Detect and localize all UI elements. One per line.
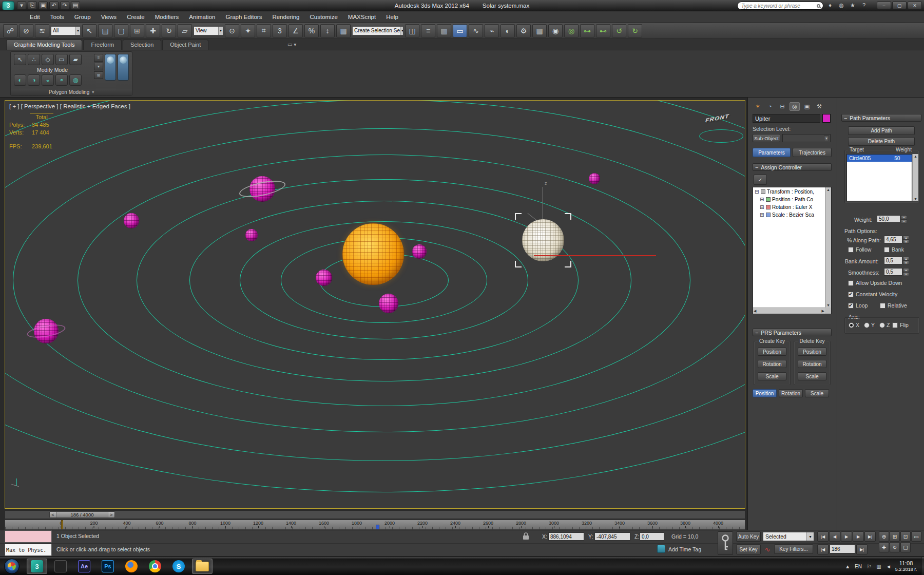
- render-setup-icon[interactable]: ⚙: [516, 24, 531, 37]
- controller-list-box[interactable]: ⊟Transform : Position,⊞Position : Path C…: [753, 187, 832, 314]
- selection-lock-icon[interactable]: [523, 532, 529, 541]
- project-folder-icon[interactable]: ▤: [71, 2, 80, 10]
- max-logo-icon[interactable]: 3: [2, 1, 14, 10]
- path-parameters-rollout[interactable]: Path Parameters: [841, 114, 921, 122]
- ring-tool-icon[interactable]: ↻: [628, 24, 642, 37]
- skype-taskbar-icon[interactable]: S: [168, 559, 189, 574]
- select-object-icon[interactable]: ↖: [82, 24, 97, 37]
- create-key-position-button[interactable]: Position: [758, 348, 786, 356]
- axis-z-radio[interactable]: Z: [879, 322, 890, 328]
- new-scene-icon[interactable]: ⎘: [28, 2, 37, 10]
- poly-tool-icon-5[interactable]: ◍: [69, 74, 82, 86]
- polygon-modeling-footer[interactable]: Polygon Modeling ▾: [11, 88, 132, 95]
- play-button[interactable]: ▶: [841, 531, 852, 542]
- zoom-all-icon[interactable]: ⊞: [890, 531, 900, 542]
- delete-key-rotation-button[interactable]: Rotation: [798, 360, 826, 368]
- key-marker[interactable]: [376, 525, 379, 530]
- select-and-link-icon[interactable]: ☍: [3, 24, 17, 37]
- selection-filter-dropdown[interactable]: All▾: [51, 26, 81, 35]
- modify-mode-label[interactable]: Modify Mode: [14, 67, 91, 73]
- perspective-viewport[interactable]: z FRONT Total Polys:34 485 Verts:17 404 …: [5, 100, 745, 509]
- ribbon-preview-tile-1[interactable]: [105, 54, 116, 81]
- planet[interactable]: [245, 229, 258, 241]
- orbit-icon[interactable]: ↻: [890, 542, 900, 552]
- menu-graph-editors[interactable]: Graph Editors: [220, 12, 267, 22]
- macro-recorder-field[interactable]: [5, 530, 52, 543]
- planet[interactable]: [379, 294, 398, 313]
- select-mode-icon[interactable]: ↖: [14, 54, 26, 65]
- target-list[interactable]: Circle005 50: [846, 154, 912, 201]
- auto-key-button[interactable]: Auto Key: [736, 531, 761, 542]
- modify-tab[interactable]: ◔: [765, 102, 775, 111]
- along-path-field[interactable]: 4,65: [884, 236, 902, 243]
- keyboard-override-icon[interactable]: ⌗: [257, 24, 271, 37]
- poly-tool-icon-4[interactable]: ◓: [55, 74, 68, 86]
- snapshot-icon[interactable]: ⊶: [580, 24, 594, 37]
- reference-coordsys-dropdown[interactable]: View▾: [194, 26, 223, 35]
- set-key-button[interactable]: Set Key: [736, 544, 761, 554]
- ribbon-toggle-icon[interactable]: ▭: [453, 24, 467, 37]
- mirror-icon[interactable]: ◫: [405, 24, 419, 37]
- rendered-frame-icon[interactable]: ▦: [532, 24, 547, 37]
- sun-sphere[interactable]: [342, 223, 404, 285]
- time-slider[interactable]: < 186 / 4000 >: [49, 511, 115, 518]
- menu-help[interactable]: Help: [381, 12, 403, 22]
- orbit-ring[interactable]: [5, 100, 745, 492]
- controller-item[interactable]: ⊞Rotation : Euler X: [754, 203, 824, 211]
- poly-tool-icon-3[interactable]: ◒: [42, 74, 54, 86]
- delete-path-button[interactable]: Delete Path: [848, 137, 915, 146]
- constant-velocity-checkbox[interactable]: Constant Velocity: [848, 291, 897, 297]
- snaps-toggle-icon[interactable]: 3: [273, 24, 287, 37]
- help-icon[interactable]: ?: [860, 2, 868, 9]
- edge-mode-icon[interactable]: ◇: [42, 54, 54, 65]
- mode-position-button[interactable]: Position: [753, 389, 777, 397]
- menu-views[interactable]: Views: [96, 12, 122, 22]
- menu-maxscript[interactable]: MAXScript: [343, 12, 381, 22]
- controller-item[interactable]: ⊟Transform : Position,: [754, 188, 824, 196]
- delete-key-scale-button[interactable]: Scale: [798, 372, 826, 380]
- target-list-scrollbar[interactable]: [912, 154, 918, 201]
- motion-tab[interactable]: ◎: [790, 102, 800, 111]
- assign-controller-rollout[interactable]: Assign Controller: [753, 163, 832, 171]
- close-button[interactable]: ✕: [908, 2, 922, 9]
- photoshop-taskbar-icon[interactable]: Ps: [98, 559, 118, 574]
- ribbon-tab-freeform[interactable]: Freeform: [83, 40, 122, 50]
- curve-editor-icon[interactable]: ∿: [469, 24, 483, 37]
- selection-set-dropdown[interactable]: Selected ▾: [763, 532, 814, 541]
- current-frame-marker[interactable]: [61, 520, 63, 530]
- planet[interactable]: [412, 244, 427, 259]
- select-and-scale-icon[interactable]: ▱: [178, 24, 192, 37]
- align-icon[interactable]: ≡: [421, 24, 435, 37]
- loop-checkbox[interactable]: Loop: [848, 302, 868, 309]
- relative-checkbox[interactable]: Relative: [880, 302, 907, 309]
- menu-edit[interactable]: Edit: [25, 12, 45, 22]
- show-desktop-button[interactable]: [921, 557, 924, 575]
- add-time-tag[interactable]: Add Time Tag: [668, 546, 701, 552]
- front-object-orbit[interactable]: [699, 129, 743, 143]
- subscription-icon[interactable]: ♦: [826, 2, 834, 9]
- bind-to-space-warp-icon[interactable]: ≋: [35, 24, 49, 37]
- mode-rotation-button[interactable]: Rotation: [779, 389, 803, 397]
- ribbon-mini-icon-1[interactable]: ≡: [94, 54, 103, 62]
- polygon-mode-icon[interactable]: ▰: [69, 54, 82, 65]
- create-key-rotation-button[interactable]: Rotation: [758, 360, 786, 368]
- object-color-swatch[interactable]: [822, 114, 831, 123]
- sub-object-button[interactable]: Sub-Object: [753, 134, 780, 142]
- vertex-mode-icon[interactable]: ∴: [28, 54, 40, 65]
- menu-group[interactable]: Group: [69, 12, 96, 22]
- search-box[interactable]: [737, 2, 823, 10]
- loop-tool-icon[interactable]: ↺: [612, 24, 626, 37]
- controller-list-vscrollbar[interactable]: [825, 187, 831, 308]
- favorites-icon[interactable]: ★: [849, 2, 856, 9]
- utilities-tab[interactable]: ⚒: [814, 102, 824, 111]
- ribbon-tab-graphite-modeling-tools[interactable]: Graphite Modeling Tools: [6, 40, 82, 50]
- layer-manager-icon[interactable]: ▥: [437, 24, 451, 37]
- z-coordinate-field[interactable]: 0,0: [640, 532, 664, 541]
- ribbon-tab-object-paint[interactable]: Object Paint: [162, 40, 208, 50]
- maximize-button[interactable]: ▢: [892, 2, 907, 9]
- pan-icon[interactable]: ✚: [879, 542, 889, 552]
- object-name-field[interactable]: Upiter: [753, 114, 820, 123]
- taskbar-clock[interactable]: 11:08 5.2.2018 r.: [892, 559, 920, 574]
- render-production-icon[interactable]: ◉: [548, 24, 563, 37]
- bank-amount-spinner[interactable]: ▲▼: [903, 257, 909, 264]
